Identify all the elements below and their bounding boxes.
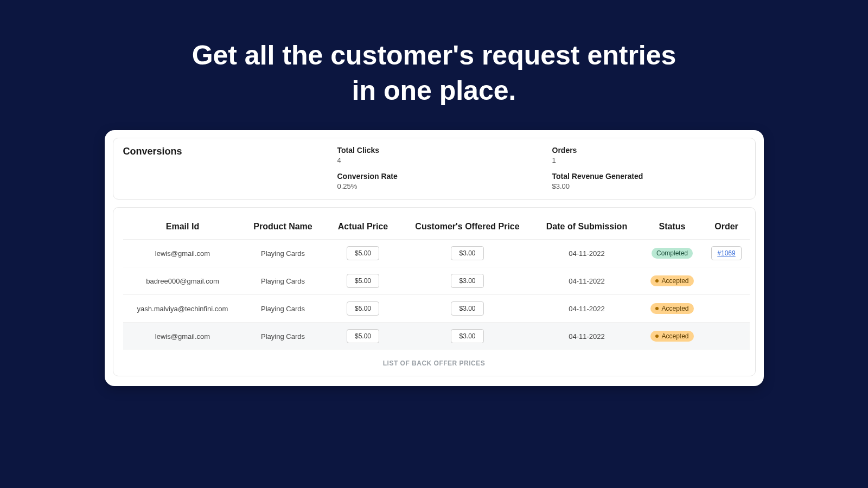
stat-label-total-clicks: Total Clicks (337, 146, 531, 155)
stat-orders: Orders 1 (552, 146, 745, 164)
headline-line-2: in one place. (352, 75, 516, 106)
th-order: Order (704, 215, 750, 240)
cell-order (704, 323, 750, 350)
stat-label-total-revenue: Total Revenue Generated (552, 172, 745, 181)
offered-price-box[interactable]: $3.00 (451, 301, 483, 316)
table-row: lewis@gmail.comPlaying Cards$5.00$3.0004… (123, 240, 750, 267)
order-link[interactable]: #1069 (711, 246, 741, 260)
headline-line-1: Get all the customer's request entries (192, 40, 676, 70)
stat-value-total-clicks: 4 (337, 156, 531, 164)
th-offered: Customer's Offered Price (403, 215, 533, 240)
cell-date: 04-11-2022 (533, 323, 641, 350)
stat-label-conversion-rate: Conversion Rate (337, 172, 531, 181)
offers-table: Email Id Product Name Actual Price Custo… (123, 215, 750, 350)
cell-email: lewis@gmail.com (123, 240, 242, 267)
offered-price-box[interactable]: $3.00 (451, 329, 483, 343)
cell-product: Playing Cards (242, 323, 324, 350)
cell-order (704, 295, 750, 323)
cell-actual-price: $5.00 (324, 295, 403, 323)
cell-status: Accepted (641, 323, 704, 350)
offered-price-box[interactable]: $3.00 (451, 246, 483, 260)
cell-email: lewis@gmail.com (123, 323, 242, 350)
cell-offered-price: $3.00 (403, 323, 533, 350)
cell-order: #1069 (704, 240, 750, 267)
cell-date: 04-11-2022 (533, 295, 641, 323)
stat-value-total-revenue: $3.00 (552, 182, 745, 190)
th-status: Status (641, 215, 704, 240)
cell-order (704, 267, 750, 295)
table-footer-label: LIST OF BACK OFFER PRICES (123, 350, 745, 367)
cell-date: 04-11-2022 (533, 267, 641, 295)
cell-product: Playing Cards (242, 267, 324, 295)
stat-conversion-rate: Conversion Rate 0.25% (337, 172, 531, 190)
cell-email: badree000@gmail.com (123, 267, 242, 295)
main-card: Conversions Total Clicks 4 Orders 1 Conv… (105, 130, 764, 386)
status-badge: Accepted (650, 303, 693, 314)
table-row: lewis@gmail.comPlaying Cards$5.00$3.0004… (123, 323, 750, 350)
actual-price-box[interactable]: $5.00 (347, 301, 379, 316)
offers-panel: Email Id Product Name Actual Price Custo… (113, 207, 756, 376)
table-row: badree000@gmail.comPlaying Cards$5.00$3.… (123, 267, 750, 295)
cell-actual-price: $5.00 (324, 267, 403, 295)
stat-total-revenue: Total Revenue Generated $3.00 (552, 172, 745, 190)
status-badge: Completed (652, 248, 693, 259)
cell-offered-price: $3.00 (403, 267, 533, 295)
stat-label-orders: Orders (552, 146, 745, 155)
cell-actual-price: $5.00 (324, 240, 403, 267)
cell-status: Completed (641, 240, 704, 267)
cell-product: Playing Cards (242, 295, 324, 323)
stat-value-conversion-rate: 0.25% (337, 182, 531, 190)
cell-actual-price: $5.00 (324, 323, 403, 350)
table-row: yash.malviya@techinfini.comPlaying Cards… (123, 295, 750, 323)
stat-total-clicks: Total Clicks 4 (337, 146, 531, 164)
cell-date: 04-11-2022 (533, 240, 641, 267)
cell-product: Playing Cards (242, 240, 324, 267)
th-actual: Actual Price (324, 215, 403, 240)
cell-email: yash.malviya@techinfini.com (123, 295, 242, 323)
th-product: Product Name (242, 215, 324, 240)
actual-price-box[interactable]: $5.00 (347, 246, 379, 260)
stat-value-orders: 1 (552, 156, 745, 164)
conversions-panel: Conversions Total Clicks 4 Orders 1 Conv… (113, 138, 756, 200)
th-date: Date of Submission (533, 215, 641, 240)
offered-price-box[interactable]: $3.00 (451, 274, 483, 288)
cell-offered-price: $3.00 (403, 240, 533, 267)
cell-status: Accepted (641, 267, 704, 295)
cell-offered-price: $3.00 (403, 295, 533, 323)
page-headline: Get all the customer's request entries i… (0, 0, 868, 130)
actual-price-box[interactable]: $5.00 (347, 329, 379, 343)
status-badge: Accepted (650, 331, 693, 342)
cell-status: Accepted (641, 295, 704, 323)
conversions-title: Conversions (123, 146, 337, 190)
actual-price-box[interactable]: $5.00 (347, 274, 379, 288)
status-badge: Accepted (650, 275, 693, 286)
th-email: Email Id (123, 215, 242, 240)
